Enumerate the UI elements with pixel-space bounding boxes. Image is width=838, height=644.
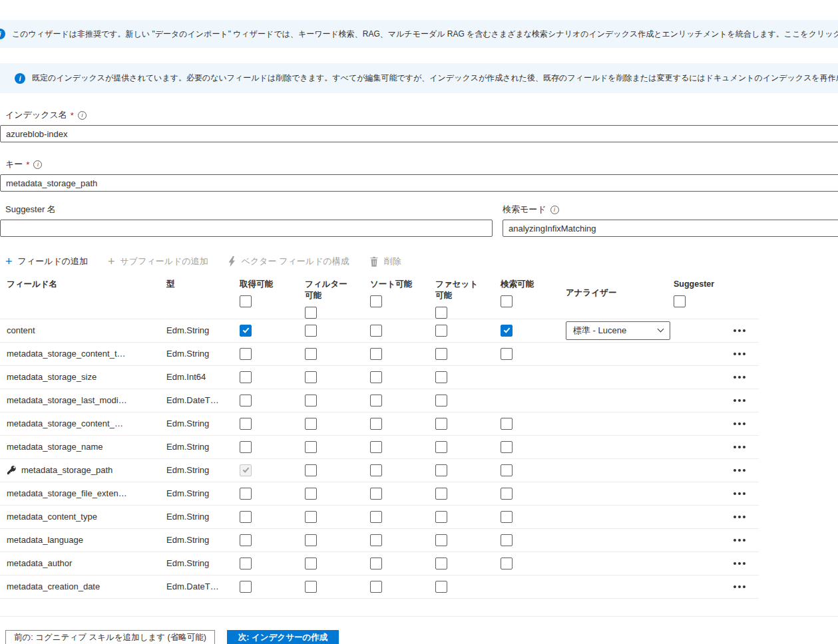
deprecation-banner-link[interactable]: i このウィザードは非推奨です。新しい "データのインポート" ウィザードでは、… [0,20,838,48]
retrievable-checkbox[interactable] [240,418,252,430]
sortable-checkbox[interactable] [370,464,382,476]
search-mode-input[interactable] [503,220,838,237]
facetable-checkbox[interactable] [435,418,447,430]
sortable-checkbox[interactable] [370,441,382,453]
dot [733,446,736,448]
retrievable-cell [240,464,305,476]
sortable-checkbox[interactable] [370,325,382,337]
sortable-select-all-checkbox[interactable] [370,295,382,307]
add-field-button[interactable]: + フィールドの追加 [5,255,88,267]
filterable-checkbox[interactable] [305,534,317,546]
retrievable-checkbox[interactable] [240,325,252,337]
filterable-checkbox[interactable] [305,371,317,383]
facetable-checkbox[interactable] [435,464,447,476]
searchable-checkbox[interactable] [501,464,513,476]
analyzer-dropdown[interactable]: 標準 - Lucene [566,321,670,340]
filterable-select-all-checkbox[interactable] [305,307,317,319]
facetable-checkbox[interactable] [435,488,447,500]
facetable-checkbox[interactable] [435,325,447,337]
column-header-sortable: ソート可能 [370,279,435,307]
sortable-checkbox[interactable] [370,534,382,546]
add-icon: + [108,255,115,267]
filterable-checkbox[interactable] [305,581,317,593]
row-menu-button[interactable] [732,512,747,522]
searchable-select-all-checkbox[interactable] [501,295,513,307]
add-subfield-label: サブフィールドの追加 [120,255,208,267]
facetable-cell [435,488,501,500]
facetable-checkbox[interactable] [435,395,447,406]
row-menu-button[interactable] [732,326,747,335]
facetable-checkbox[interactable] [435,558,447,569]
row-menu-button[interactable] [732,419,747,428]
facetable-checkbox[interactable] [435,511,447,523]
facetable-select-all-checkbox[interactable] [435,307,447,319]
sortable-checkbox[interactable] [370,511,382,523]
searchable-checkbox[interactable] [501,558,513,569]
retrievable-checkbox[interactable] [240,511,252,523]
index-name-input[interactable] [0,125,838,142]
searchable-checkbox[interactable] [501,534,513,546]
previous-step-button[interactable]: 前の: コグニティブ スキルを追加します (省略可能) [5,630,215,644]
row-menu-button[interactable] [732,559,747,568]
facetable-checkbox[interactable] [435,441,447,453]
required-mark: * [26,160,29,170]
filterable-cell [305,395,370,406]
retrievable-checkbox[interactable] [240,581,252,593]
searchable-checkbox[interactable] [501,488,513,500]
sortable-cell [370,464,435,476]
dot [733,492,736,495]
filterable-checkbox[interactable] [305,395,317,406]
row-menu-button[interactable] [732,582,747,591]
dot [743,585,745,588]
retrievable-checkbox[interactable] [240,348,252,360]
sortable-checkbox[interactable] [370,488,382,500]
suggester-select-all-checkbox[interactable] [674,295,686,307]
field-name-label: metadata_language [7,535,83,545]
row-menu-button[interactable] [732,466,747,475]
sortable-cell [370,511,435,523]
filterable-checkbox[interactable] [305,441,317,453]
row-menu-button[interactable] [732,442,747,452]
facetable-checkbox[interactable] [435,534,447,546]
facetable-checkbox[interactable] [435,348,447,360]
filterable-checkbox[interactable] [305,325,317,337]
row-menu-button[interactable] [732,536,747,545]
sortable-checkbox[interactable] [370,395,382,406]
searchable-checkbox[interactable] [501,441,513,453]
filterable-checkbox[interactable] [305,348,317,360]
dot [733,399,736,402]
filterable-checkbox[interactable] [305,464,317,476]
facetable-checkbox[interactable] [435,581,447,593]
filterable-checkbox[interactable] [305,488,317,500]
sortable-checkbox[interactable] [370,558,382,569]
searchable-checkbox[interactable] [501,325,513,337]
suggester-name-input[interactable] [0,220,493,237]
filterable-checkbox[interactable] [305,558,317,569]
facetable-checkbox[interactable] [435,371,447,383]
searchable-checkbox[interactable] [501,348,513,360]
next-step-button[interactable]: 次: インデクサーの作成 [227,630,339,644]
retrievable-checkbox[interactable] [240,441,252,453]
filterable-checkbox[interactable] [305,511,317,523]
sortable-checkbox[interactable] [370,371,382,383]
searchable-checkbox[interactable] [501,511,513,523]
searchable-checkbox[interactable] [501,418,513,430]
dot [733,329,736,332]
retrievable-select-all-checkbox[interactable] [240,295,252,307]
add-subfield-button: + サブフィールドの追加 [108,255,208,267]
retrievable-checkbox[interactable] [240,534,252,546]
row-menu-button[interactable] [732,489,747,498]
retrievable-checkbox[interactable] [240,371,252,383]
row-menu-button[interactable] [732,396,747,405]
retrievable-checkbox[interactable] [240,395,252,406]
sortable-checkbox[interactable] [370,581,382,593]
sortable-checkbox[interactable] [370,348,382,360]
retrievable-checkbox[interactable] [240,558,252,569]
retrievable-checkbox[interactable] [240,488,252,500]
sortable-checkbox[interactable] [370,418,382,430]
row-menu-button[interactable] [732,373,747,382]
row-menu-button[interactable] [732,349,747,359]
retrievable-cell [240,348,305,360]
filterable-checkbox[interactable] [305,418,317,430]
key-input[interactable] [0,174,838,192]
